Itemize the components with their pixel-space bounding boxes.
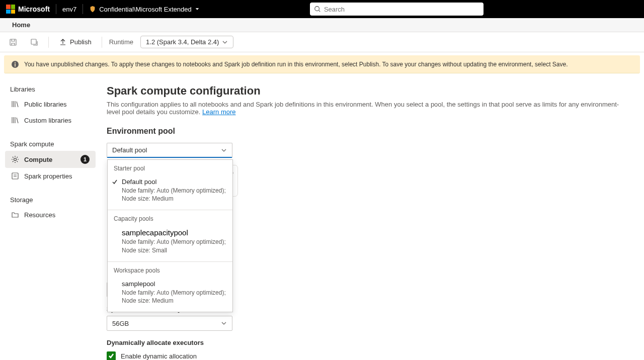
group-label: Capacity pools bbox=[108, 214, 232, 225]
info-banner: You have unpublished changes. To apply t… bbox=[4, 55, 640, 73]
check-icon bbox=[108, 353, 114, 359]
tab-home[interactable]: Home bbox=[7, 19, 35, 31]
sidebar-item-compute[interactable]: Compute 1 bbox=[5, 151, 96, 168]
sidebar-item-label: Spark properties bbox=[24, 172, 72, 180]
svg-point-4 bbox=[14, 158, 17, 161]
divider bbox=[83, 4, 83, 14]
save-button[interactable] bbox=[6, 36, 20, 48]
svg-point-0 bbox=[315, 7, 319, 11]
option-title: samplepool bbox=[122, 280, 226, 288]
sidebar: Libraries Public libraries Custom librar… bbox=[0, 73, 101, 360]
spark-executor-memory-dropdown[interactable]: 56GB bbox=[107, 316, 232, 331]
separator bbox=[102, 37, 102, 48]
save-icon bbox=[9, 38, 17, 46]
publish-button[interactable]: Publish bbox=[56, 36, 95, 48]
page-title: Spark compute configuration bbox=[107, 84, 628, 98]
sidebar-group-spark-compute: Spark compute bbox=[5, 137, 96, 151]
publish-label: Publish bbox=[70, 38, 92, 46]
library-icon bbox=[11, 116, 19, 124]
option-title: Default pool bbox=[122, 178, 226, 186]
sidebar-item-resources[interactable]: Resources bbox=[5, 207, 96, 223]
svg-rect-2 bbox=[31, 39, 36, 44]
sidebar-item-spark-properties[interactable]: Spark properties bbox=[5, 168, 96, 184]
folder-icon bbox=[11, 211, 19, 219]
ms-logo-squares bbox=[6, 5, 15, 14]
memory-value: 56GB bbox=[112, 320, 129, 327]
pool-option-samplecapacity[interactable]: samplecapacitypool Node family: Auto (Me… bbox=[108, 225, 232, 257]
learn-more-link[interactable]: Learn more bbox=[202, 108, 235, 116]
library-icon bbox=[11, 100, 19, 108]
environment-pool-dropdown[interactable]: Default pool Starter pool Default pool N… bbox=[107, 143, 232, 158]
divider bbox=[56, 4, 56, 14]
sensitivity-label[interactable]: Confidential\Microsoft Extended bbox=[89, 6, 200, 13]
sidebar-group-libraries: Libraries bbox=[5, 82, 96, 96]
runtime-value: 1.2 (Spark 3.4, Delta 2.4) bbox=[146, 38, 219, 46]
shield-icon bbox=[89, 6, 96, 13]
check-icon bbox=[112, 179, 118, 185]
save-as-button[interactable] bbox=[27, 36, 41, 48]
sidebar-group-storage: Storage bbox=[5, 193, 96, 207]
checkbox-dynamic-allocation[interactable]: Enable dynamic allocation bbox=[107, 351, 628, 360]
pool-group-starter: Starter pool Default pool Node family: A… bbox=[108, 160, 232, 210]
runtime-label: Runtime bbox=[109, 38, 133, 46]
info-icon bbox=[11, 60, 19, 68]
group-label: Starter pool bbox=[108, 164, 232, 175]
svg-rect-1 bbox=[10, 39, 16, 45]
runtime-dropdown[interactable]: 1.2 (Spark 3.4, Delta 2.4) bbox=[140, 36, 233, 48]
brand-text: Microsoft bbox=[18, 5, 50, 13]
environment-name[interactable]: env7 bbox=[62, 6, 76, 13]
sidebar-item-label: Public libraries bbox=[24, 101, 67, 108]
top-bar: Microsoft env7 Confidential\Microsoft Ex… bbox=[0, 0, 644, 18]
properties-icon bbox=[11, 172, 19, 180]
option-desc: Node family: Auto (Memory optimized); No… bbox=[122, 289, 226, 305]
chevron-down-icon bbox=[221, 320, 227, 326]
option-desc: Node family: Auto (Memory optimized); No… bbox=[122, 187, 226, 203]
option-desc: Node family: Auto (Memory optimized); No… bbox=[122, 238, 226, 254]
global-search[interactable] bbox=[310, 3, 484, 16]
pool-dropdown-panel: Starter pool Default pool Node family: A… bbox=[107, 159, 233, 312]
sidebar-item-label: Compute bbox=[24, 156, 52, 163]
label-dynamic-allocate: Dynamically allocate executors bbox=[107, 339, 628, 346]
option-title: samplecapacitypool bbox=[122, 228, 226, 237]
sensitivity-text: Confidential\Microsoft Extended bbox=[99, 6, 192, 13]
search-input[interactable] bbox=[324, 6, 479, 13]
sidebar-item-label: Resources bbox=[24, 211, 55, 219]
checkbox-label: Enable dynamic allocation bbox=[121, 352, 197, 360]
pool-option-samplepool[interactable]: samplepool Node family: Auto (Memory opt… bbox=[108, 277, 232, 308]
page-subtitle: This configuration applies to all notebo… bbox=[107, 101, 628, 116]
sidebar-item-public-libraries[interactable]: Public libraries bbox=[5, 96, 96, 112]
search-icon bbox=[314, 6, 321, 13]
gear-icon bbox=[11, 155, 19, 163]
separator bbox=[48, 37, 49, 48]
chevron-down-icon bbox=[222, 39, 228, 45]
sidebar-item-label: Custom libraries bbox=[24, 117, 71, 124]
checkbox-icon bbox=[107, 351, 116, 360]
main-content: Spark compute configuration This configu… bbox=[101, 73, 644, 360]
microsoft-logo[interactable]: Microsoft bbox=[6, 5, 50, 14]
pool-group-workspace: Workspace pools samplepool Node family: … bbox=[108, 262, 232, 312]
group-label: Workspace pools bbox=[108, 266, 232, 277]
svg-rect-5 bbox=[12, 173, 18, 179]
chevron-down-icon bbox=[195, 7, 200, 12]
pool-selected-value: Default pool bbox=[112, 146, 147, 154]
banner-text: You have unpublished changes. To apply t… bbox=[24, 61, 568, 68]
chevron-down-icon bbox=[221, 147, 227, 153]
pool-option-default[interactable]: Default pool Node family: Auto (Memory o… bbox=[108, 175, 232, 206]
badge-count: 1 bbox=[80, 155, 90, 164]
publish-icon bbox=[59, 38, 67, 46]
section-environment-pool: Environment pool bbox=[107, 127, 628, 136]
nav-row: Home bbox=[0, 18, 644, 32]
pool-group-capacity: Capacity pools samplecapacitypool Node f… bbox=[108, 210, 232, 261]
toolbar: Publish Runtime 1.2 (Spark 3.4, Delta 2.… bbox=[0, 32, 644, 52]
sidebar-item-custom-libraries[interactable]: Custom libraries bbox=[5, 112, 96, 128]
save-as-icon bbox=[30, 38, 38, 46]
